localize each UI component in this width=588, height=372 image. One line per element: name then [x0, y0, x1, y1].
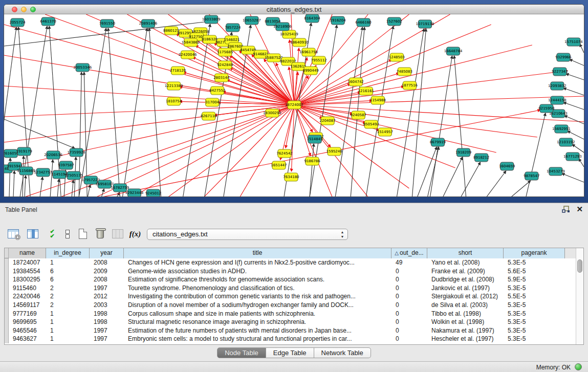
- network-node[interactable]: 10453279: [547, 167, 565, 176]
- show-column-icon[interactable]: [26, 227, 40, 241]
- close-panel-icon[interactable]: ✕: [576, 205, 583, 213]
- cell-in_degree[interactable]: 1: [46, 310, 90, 318]
- cell-year[interactable]: 1997: [90, 284, 124, 293]
- cell-name[interactable]: 9465546: [9, 326, 46, 335]
- network-node[interactable]: 10653287: [243, 16, 261, 25]
- network-node[interactable]: 1154988: [370, 96, 386, 104]
- cell-year[interactable]: 2012: [90, 292, 124, 301]
- function-builder-icon[interactable]: f(x): [128, 227, 142, 241]
- cell-year[interactable]: 2008: [90, 258, 124, 267]
- cell-short[interactable]: Jankovic et al. (1997): [427, 284, 504, 293]
- network-node[interactable]: 20053346: [73, 63, 92, 72]
- network-node[interactable]: 15692951: [552, 125, 571, 133]
- cell-short[interactable]: Wolkin et al. (1998): [427, 318, 504, 326]
- network-node[interactable]: 2718120: [170, 67, 186, 75]
- table-row[interactable]: 1456911722003Disruption of a novel membe…: [5, 301, 583, 310]
- network-node[interactable]: 12505135: [64, 171, 83, 180]
- cell-title[interactable]: Structural magnetic resonance image aver…: [124, 318, 391, 326]
- column-header-out_de[interactable]: △out_de...: [391, 248, 427, 258]
- cell-pagerank[interactable]: 5.3E-5: [504, 301, 565, 310]
- network-node[interactable]: 12213389: [165, 82, 183, 90]
- cell-name[interactable]: 22420046: [9, 292, 46, 301]
- network-node[interactable]: 16771293: [563, 152, 582, 161]
- tab-node-table[interactable]: Node Table: [217, 347, 266, 358]
- cell-in_degree[interactable]: 1: [46, 335, 90, 343]
- cell-pagerank[interactable]: 5.5E-5: [504, 292, 565, 301]
- network-edge[interactable]: [443, 157, 463, 197]
- combo-stepper-icon[interactable]: ▲▼: [339, 230, 346, 239]
- column-header-pagerank[interactable]: pagerank: [504, 248, 565, 258]
- cell-name[interactable]: 9777169: [9, 310, 46, 318]
- cell-year[interactable]: 2003: [90, 301, 124, 310]
- column-header-title[interactable]: title: [124, 248, 391, 258]
- network-edge[interactable]: [579, 159, 584, 167]
- network-node[interactable]: 7857224: [225, 24, 241, 32]
- network-node[interactable]: 16648784: [444, 47, 463, 55]
- network-node[interactable]: 1604659: [499, 162, 515, 170]
- network-edge[interactable]: [183, 24, 210, 197]
- network-edge[interactable]: [13, 171, 14, 197]
- network-node[interactable]: 18640910: [290, 38, 309, 47]
- cell-out_de[interactable]: 0: [391, 275, 427, 284]
- cell-name[interactable]: 18300295: [9, 275, 46, 284]
- cell-short[interactable]: de Silva et al. (2003): [427, 301, 504, 310]
- network-node[interactable]: 20891406: [139, 19, 158, 28]
- network-edge[interactable]: [117, 192, 119, 197]
- cell-title[interactable]: Changes of HCN gene expression and I(f) …: [124, 258, 391, 267]
- cell-short[interactable]: Franke et al. (2009): [427, 267, 504, 276]
- network-node[interactable]: 8164304: [304, 14, 320, 23]
- network-edge[interactable]: [57, 179, 59, 197]
- network-node[interactable]: 9242848: [217, 61, 233, 69]
- network-node[interactable]: 16782759: [111, 184, 129, 192]
- cell-pagerank[interactable]: 5.9E-5: [504, 275, 565, 284]
- network-edge[interactable]: [294, 105, 496, 152]
- network-node[interactable]: 9146821: [253, 50, 269, 58]
- cell-in_degree[interactable]: 2: [46, 301, 90, 310]
- network-node[interactable]: 9240587: [351, 111, 366, 119]
- scrollbar-thumb[interactable]: [577, 259, 582, 273]
- network-node[interactable]: 1595248: [326, 147, 342, 156]
- network-node[interactable]: 16961758: [299, 48, 318, 56]
- network-edge[interactable]: [50, 160, 53, 197]
- cell-pagerank[interactable]: 5.3E-5: [504, 284, 565, 293]
- row-boxes-icon[interactable]: [60, 227, 75, 241]
- table-settings-icon[interactable]: [6, 227, 20, 241]
- network-edge[interactable]: [366, 26, 393, 197]
- cell-title[interactable]: Investigating the contribution of common…: [124, 292, 391, 301]
- network-node[interactable]: 1919179: [16, 147, 32, 156]
- delete-table-icon[interactable]: [93, 227, 107, 241]
- cell-out_de[interactable]: 0: [391, 267, 427, 276]
- cell-in_degree[interactable]: 2: [46, 284, 90, 293]
- cell-short[interactable]: Tibbo et al. (1998): [427, 310, 504, 318]
- cell-out_de[interactable]: 0: [391, 301, 427, 310]
- new-table-icon[interactable]: [76, 227, 90, 241]
- network-edge[interactable]: [310, 144, 314, 197]
- network-edge[interactable]: [526, 113, 546, 197]
- network-edge[interactable]: [294, 105, 311, 156]
- cell-pagerank[interactable]: 5.6E-5: [504, 267, 565, 276]
- cell-name[interactable]: 18724007: [9, 258, 46, 267]
- network-node[interactable]: 1248503: [389, 53, 405, 61]
- column-header-name[interactable]: name: [9, 248, 46, 258]
- network-node[interactable]: 1810754: [166, 97, 182, 105]
- cell-short[interactable]: Hescheler et al. (1997): [427, 335, 504, 343]
- network-node[interactable]: 9245012: [145, 189, 161, 197]
- network-node[interactable]: 2616050: [4, 149, 19, 158]
- cell-year[interactable]: 1997: [90, 335, 124, 343]
- select-rows-icon[interactable]: ✔✔: [45, 227, 59, 241]
- network-node[interactable]: 8505492: [363, 120, 379, 128]
- network-node[interactable]: 7624542: [276, 149, 292, 158]
- network-node[interactable]: 15751074: [564, 38, 583, 46]
- network-node[interactable]: 1651447: [271, 161, 287, 169]
- network-node[interactable]: 8267110: [201, 112, 216, 120]
- network-node[interactable]: 9397587: [58, 161, 74, 169]
- network-edge[interactable]: [580, 44, 584, 53]
- cell-pagerank[interactable]: 5.3E-5: [504, 310, 565, 318]
- network-node[interactable]: 9329966: [555, 53, 572, 61]
- network-node[interactable]: 2055724: [9, 18, 26, 27]
- network-node[interactable]: 9878547: [524, 172, 539, 180]
- network-node[interactable]: 18325419: [280, 30, 298, 38]
- network-edge[interactable]: [4, 119, 75, 148]
- cell-out_de[interactable]: 49: [391, 258, 427, 267]
- network-node[interactable]: 11156869: [17, 167, 35, 175]
